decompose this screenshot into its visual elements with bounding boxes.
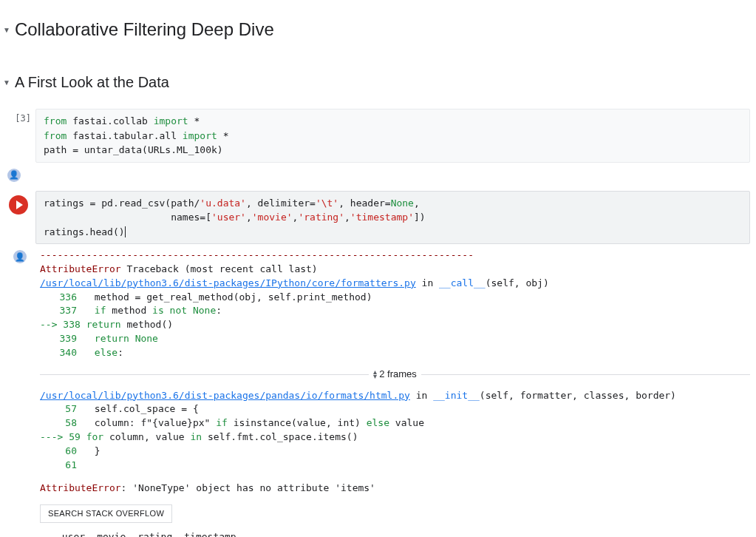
search-stack-overflow-button[interactable]: SEARCH STACK OVERFLOW xyxy=(40,504,172,524)
collaborator-avatar[interactable]: 👤 xyxy=(13,250,27,263)
frames-separator[interactable]: ▴▾ 2 frames xyxy=(40,368,750,382)
section-subtitle: A First Look at the Data xyxy=(15,74,169,91)
traceback-file-link[interactable]: /usr/local/lib/python3.6/dist-packages/p… xyxy=(40,390,410,401)
cell-gutter: [3] xyxy=(6,109,35,163)
code-cell[interactable]: [3] from fastai.collab import * from fas… xyxy=(6,109,750,163)
caret-down-icon: ▼ xyxy=(3,26,10,34)
code-cell-active[interactable]: ratings = pd.read_csv(path/'u.data', del… xyxy=(6,191,750,245)
execution-count: [3] xyxy=(15,113,31,124)
traceback-divider: ----------------------------------------… xyxy=(40,249,474,260)
error-message: : 'NoneType' object has no attribute 'it… xyxy=(121,482,375,493)
frames-count: 2 frames xyxy=(379,368,417,382)
error-name-final: AttributeError xyxy=(40,482,121,493)
code-editor[interactable]: from fastai.collab import * from fastai.… xyxy=(35,109,750,163)
traceback-file-link[interactable]: /usr/local/lib/python3.6/dist-packages/I… xyxy=(40,277,416,288)
expand-frames-icon[interactable]: ▴▾ xyxy=(373,370,377,379)
cell-gutter[interactable] xyxy=(6,191,35,245)
dataframe-output: user movie rating timestamp 019624238812… xyxy=(40,529,245,537)
code-editor[interactable]: ratings = pd.read_csv(path/'u.data', del… xyxy=(35,191,750,245)
page-title: Collaborative Filtering Deep Dive xyxy=(15,19,274,40)
run-cell-button[interactable] xyxy=(9,195,28,215)
error-name: AttributeError xyxy=(40,263,121,274)
collaborator-avatar[interactable]: 👤 xyxy=(7,169,21,182)
cell-output: 👤 --------------------------------------… xyxy=(6,246,750,537)
table-header-row: user movie rating timestamp xyxy=(40,529,245,537)
section-heading-sub[interactable]: ▼ A First Look at the Data xyxy=(0,68,756,97)
caret-down-icon: ▼ xyxy=(3,78,10,87)
section-heading-main[interactable]: ▼ Collaborative Filtering Deep Dive xyxy=(0,13,756,46)
